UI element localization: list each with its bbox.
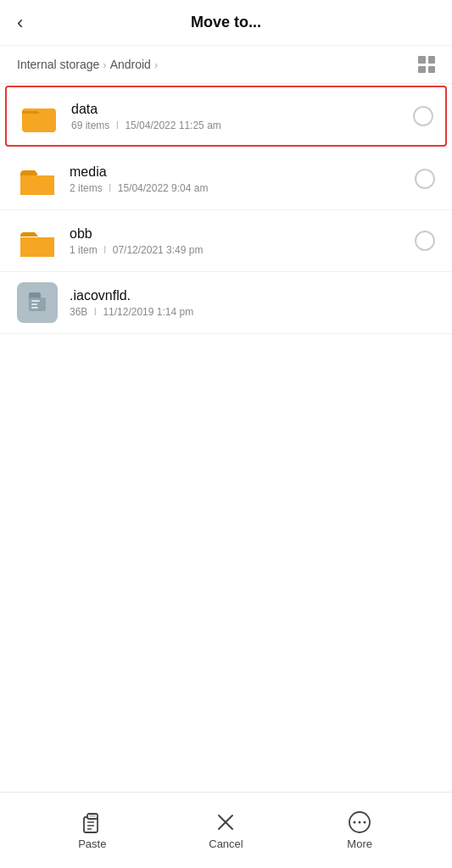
file-size-iacovnfld: 36B — [70, 306, 87, 318]
file-date-data: 15/04/2022 11:25 am — [125, 120, 220, 131]
breadcrumb-sep-2: › — [154, 58, 158, 71]
paste-button[interactable]: Paste — [67, 810, 118, 850]
file-item-iacovnfld[interactable]: .iacovnfld. 36B I 11/12/2019 1:14 pm — [0, 272, 452, 334]
file-info-iacovnfld: .iacovnfld. 36B I 11/12/2019 1:14 pm — [70, 288, 435, 318]
file-info-obb: obb 1 item I 07/12/2021 3:49 pm — [70, 226, 415, 256]
file-meta-iacovnfld: 36B I 11/12/2019 1:14 pm — [70, 306, 435, 318]
file-meta-data: 69 items I 15/04/2022 11:25 am — [71, 120, 413, 131]
more-button[interactable]: More — [334, 810, 385, 850]
cancel-icon — [214, 810, 237, 834]
svg-point-18 — [359, 821, 361, 824]
file-info-data: data 69 items I 15/04/2022 11:25 am — [71, 102, 413, 131]
svg-rect-6 — [31, 303, 37, 305]
folder-icon-media — [17, 159, 58, 199]
breadcrumb-sep-1: › — [103, 58, 106, 71]
svg-point-19 — [364, 821, 366, 824]
file-info-media: media 2 items I 15/04/2022 9:04 am — [70, 164, 415, 194]
svg-point-17 — [354, 821, 356, 824]
file-name-iacovnfld: .iacovnfld. — [70, 288, 435, 303]
radio-obb[interactable] — [415, 231, 435, 251]
back-button[interactable]: ‹ — [17, 12, 23, 34]
grid-view-icon[interactable] — [418, 56, 435, 73]
more-icon — [348, 810, 371, 834]
file-list: data 69 items I 15/04/2022 11:25 am medi… — [0, 86, 452, 334]
svg-rect-2 — [20, 237, 54, 257]
page-title: Move to... — [191, 14, 261, 31]
file-name-data: data — [71, 102, 413, 117]
folder-icon-data — [19, 96, 59, 136]
file-meta-obb: 1 item I 07/12/2021 3:49 pm — [70, 244, 415, 256]
header: ‹ Move to... — [0, 0, 452, 46]
file-item-media[interactable]: media 2 items I 15/04/2022 9:04 am — [0, 148, 452, 210]
svg-rect-5 — [31, 300, 40, 302]
radio-data[interactable] — [413, 106, 433, 126]
breadcrumb-android[interactable]: Android — [110, 58, 151, 71]
svg-rect-10 — [89, 815, 96, 817]
more-label: More — [347, 837, 372, 850]
radio-media[interactable] — [415, 169, 435, 189]
breadcrumb-row: Internal storage › Android › — [0, 46, 452, 84]
file-date-iacovnfld: 11/12/2019 1:14 pm — [103, 306, 193, 318]
file-date-obb: 07/12/2021 3:49 pm — [113, 244, 204, 256]
file-name-media: media — [70, 164, 415, 180]
folder-icon-obb — [17, 220, 58, 261]
file-date-media: 15/04/2022 9:04 am — [118, 182, 209, 194]
paste-label: Paste — [78, 837, 106, 850]
cancel-label: Cancel — [209, 837, 243, 850]
cancel-button[interactable]: Cancel — [200, 810, 251, 850]
file-name-obb: obb — [70, 226, 415, 242]
file-items-obb: 1 item — [70, 244, 98, 256]
svg-rect-1 — [20, 175, 54, 195]
file-item-data[interactable]: data 69 items I 15/04/2022 11:25 am — [5, 86, 447, 147]
bottom-bar: Paste Cancel More — [0, 792, 452, 868]
file-meta-media: 2 items I 15/04/2022 9:04 am — [70, 182, 415, 194]
paste-icon — [81, 810, 104, 834]
file-item-obb[interactable]: obb 1 item I 07/12/2021 3:49 pm — [0, 210, 452, 272]
file-items-media: 2 items — [70, 182, 103, 194]
svg-rect-7 — [31, 307, 38, 309]
file-items-data: 69 items — [71, 120, 109, 131]
breadcrumb: Internal storage › Android › — [17, 58, 158, 71]
breadcrumb-internal-storage[interactable]: Internal storage — [17, 58, 99, 71]
file-icon-iacovnfld — [17, 282, 58, 323]
